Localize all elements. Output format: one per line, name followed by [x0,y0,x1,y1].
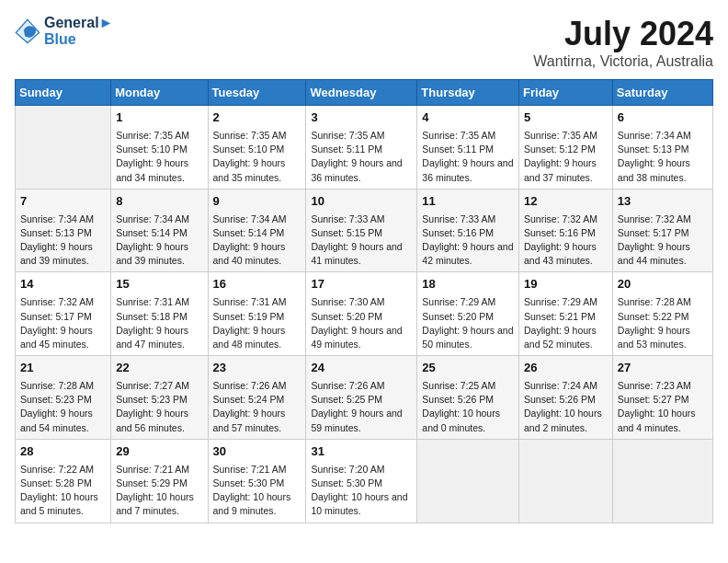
day-number: 20 [618,276,708,293]
day-number: 2 [213,109,301,127]
sunset-text: Sunset: 5:16 PM [524,227,596,238]
daylight-text: Daylight: 9 hours and 52 minutes. [524,325,597,350]
page-header: General► Blue July 2024 Wantirna, Victor… [15,15,713,70]
calendar-cell: 9 Sunrise: 7:34 AM Sunset: 5:14 PM Dayli… [208,189,306,272]
day-number: 25 [422,360,514,377]
daylight-text: Daylight: 9 hours and 36 minutes. [422,157,513,182]
calendar-cell: 3 Sunrise: 7:35 AM Sunset: 5:11 PM Dayli… [306,106,417,190]
daylight-text: Daylight: 9 hours and 39 minutes. [116,241,188,266]
weekday-header-row: Sunday Monday Tuesday Wednesday Thursday… [16,80,713,106]
sunrise-text: Sunrise: 7:21 AM [116,464,189,475]
day-number: 23 [213,360,301,377]
sunrise-text: Sunrise: 7:32 AM [524,213,597,224]
sunrise-text: Sunrise: 7:34 AM [116,213,189,224]
day-number: 10 [311,193,412,211]
sunset-text: Sunset: 5:30 PM [311,477,382,488]
calendar-cell: 10 Sunrise: 7:33 AM Sunset: 5:15 PM Dayl… [306,189,417,272]
calendar-cell: 19 Sunrise: 7:29 AM Sunset: 5:21 PM Dayl… [519,272,613,356]
sunset-text: Sunset: 5:10 PM [116,144,188,155]
sunset-text: Sunset: 5:20 PM [422,311,494,322]
calendar-cell: 28 Sunrise: 7:22 AM Sunset: 5:28 PM Dayl… [16,439,111,523]
sunrise-text: Sunrise: 7:27 AM [116,380,189,391]
day-number: 3 [311,109,412,127]
calendar-cell [417,439,519,523]
day-number: 21 [20,360,106,377]
sunset-text: Sunset: 5:23 PM [116,394,188,405]
day-number: 7 [20,193,106,211]
daylight-text: Daylight: 9 hours and 45 minutes. [20,325,93,350]
calendar-title: July 2024 [533,15,713,53]
header-tuesday: Tuesday [208,80,306,106]
daylight-text: Daylight: 10 hours and 10 minutes. [311,491,407,516]
calendar-week-row: 1 Sunrise: 7:35 AM Sunset: 5:10 PM Dayli… [16,106,713,190]
day-number: 9 [213,193,301,211]
sunrise-text: Sunrise: 7:26 AM [311,380,384,391]
sunset-text: Sunset: 5:10 PM [213,144,285,155]
calendar-cell: 8 Sunrise: 7:34 AM Sunset: 5:14 PM Dayli… [111,189,208,272]
sunrise-text: Sunrise: 7:31 AM [116,296,189,307]
daylight-text: Daylight: 9 hours and 38 minutes. [618,157,690,182]
calendar-cell: 14 Sunrise: 7:32 AM Sunset: 5:17 PM Dayl… [16,272,111,356]
sunrise-text: Sunrise: 7:28 AM [20,380,94,391]
day-number: 28 [20,443,106,461]
sunset-text: Sunset: 5:11 PM [311,144,382,155]
calendar-cell: 29 Sunrise: 7:21 AM Sunset: 5:29 PM Dayl… [111,439,208,523]
calendar-subtitle: Wantirna, Victoria, Australia [533,53,713,70]
sunset-text: Sunset: 5:13 PM [20,227,92,238]
calendar-cell: 30 Sunrise: 7:21 AM Sunset: 5:30 PM Dayl… [208,439,306,523]
sunrise-text: Sunrise: 7:35 AM [213,130,287,141]
sunset-text: Sunset: 5:17 PM [618,227,689,238]
sunrise-text: Sunrise: 7:32 AM [20,296,94,307]
logo-icon [15,18,40,44]
daylight-text: Daylight: 10 hours and 2 minutes. [524,408,602,432]
sunset-text: Sunset: 5:21 PM [524,311,596,322]
sunrise-text: Sunrise: 7:22 AM [20,464,94,475]
day-number: 27 [618,360,708,377]
day-number: 17 [311,276,412,293]
sunrise-text: Sunrise: 7:30 AM [311,296,384,307]
daylight-text: Daylight: 9 hours and 47 minutes. [116,325,188,350]
day-number: 8 [116,193,202,211]
sunset-text: Sunset: 5:15 PM [311,227,382,238]
sunset-text: Sunset: 5:13 PM [618,144,689,155]
sunrise-text: Sunrise: 7:31 AM [213,296,287,307]
calendar-cell: 15 Sunrise: 7:31 AM Sunset: 5:18 PM Dayl… [111,272,208,356]
header-thursday: Thursday [417,80,519,106]
calendar-cell: 5 Sunrise: 7:35 AM Sunset: 5:12 PM Dayli… [519,106,613,190]
calendar-cell: 31 Sunrise: 7:20 AM Sunset: 5:30 PM Dayl… [306,439,417,523]
title-block: July 2024 Wantirna, Victoria, Australia [533,15,713,70]
day-number: 5 [524,109,608,127]
sunset-text: Sunset: 5:18 PM [116,311,188,322]
daylight-text: Daylight: 10 hours and 7 minutes. [116,491,194,516]
daylight-text: Daylight: 9 hours and 43 minutes. [524,241,597,266]
sunrise-text: Sunrise: 7:34 AM [213,213,287,224]
sunset-text: Sunset: 5:26 PM [524,394,596,405]
day-number: 14 [20,276,106,293]
daylight-text: Daylight: 10 hours and 9 minutes. [213,491,291,516]
daylight-text: Daylight: 9 hours and 49 minutes. [311,325,402,350]
calendar-cell [519,439,613,523]
calendar-cell: 17 Sunrise: 7:30 AM Sunset: 5:20 PM Dayl… [306,272,417,356]
header-wednesday: Wednesday [306,80,417,106]
sunset-text: Sunset: 5:26 PM [422,394,494,405]
daylight-text: Daylight: 9 hours and 39 minutes. [20,241,93,266]
sunset-text: Sunset: 5:14 PM [116,227,188,238]
sunrise-text: Sunrise: 7:35 AM [311,130,384,141]
daylight-text: Daylight: 10 hours and 0 minutes. [422,408,500,432]
daylight-text: Daylight: 9 hours and 53 minutes. [618,325,690,350]
sunrise-text: Sunrise: 7:34 AM [618,130,691,141]
calendar-cell: 18 Sunrise: 7:29 AM Sunset: 5:20 PM Dayl… [417,272,519,356]
sunset-text: Sunset: 5:30 PM [213,477,285,488]
header-saturday: Saturday [612,80,712,106]
sunrise-text: Sunrise: 7:21 AM [213,464,287,475]
sunset-text: Sunset: 5:16 PM [422,227,494,238]
calendar-cell: 27 Sunrise: 7:23 AM Sunset: 5:27 PM Dayl… [612,356,712,440]
daylight-text: Daylight: 9 hours and 42 minutes. [422,241,513,266]
day-number: 24 [311,360,412,377]
calendar-body: 1 Sunrise: 7:35 AM Sunset: 5:10 PM Dayli… [16,106,713,523]
calendar-table: Sunday Monday Tuesday Wednesday Thursday… [15,79,713,523]
calendar-cell [612,439,712,523]
day-number: 4 [422,109,514,127]
sunset-text: Sunset: 5:19 PM [213,311,285,322]
daylight-text: Daylight: 9 hours and 35 minutes. [213,157,286,182]
